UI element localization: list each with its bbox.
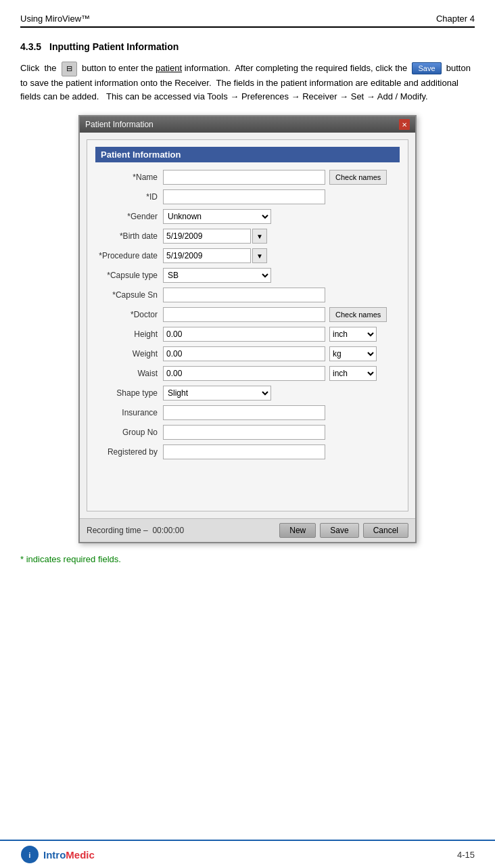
dialog-title: Patient Information [85,120,154,129]
shape-type-select[interactable]: Slight Normal Heavy [163,386,271,401]
group-no-input[interactable] [163,425,325,440]
capsule-type-row: *Capsule type SB ESO COLON [95,267,400,283]
header-left: Using MiroView™ [20,14,90,24]
doctor-input[interactable] [163,307,325,322]
check-names-button-1[interactable]: Check names [329,170,387,185]
body-text: Click the ⊟ button to enter the patient … [20,62,475,104]
height-label: Height [95,329,163,339]
inline-save-btn: Save [412,62,441,74]
dialog-wrapper: Patient Information ✕ Patient Informatio… [78,115,417,543]
id-row: *ID [95,189,400,205]
patient-info-dialog: Patient Information ✕ Patient Informatio… [78,115,417,543]
waist-label: Waist [95,369,163,378]
insurance-row: Insurance [95,405,400,421]
registered-by-row: Registered by [95,444,400,460]
page-footer: i IntroMedic 4-15 [0,840,495,868]
capsule-sn-label: *Capsule Sn [95,290,163,300]
procedure-date-wrapper: ▼ [163,248,267,263]
section-number: 4.3.5 [20,41,41,52]
name-label: *Name [95,173,163,182]
birth-date-label: *Birth date [95,231,163,241]
procedure-date-row: *Procedure date ▼ [95,248,400,264]
gender-label: *Gender [95,212,163,221]
waist-input[interactable] [163,366,325,381]
patient-underline: patient [156,63,182,73]
height-input[interactable] [163,327,325,342]
birth-date-row: *Birth date ▼ [95,228,400,244]
capsule-type-select[interactable]: SB ESO COLON [163,268,271,283]
group-no-label: Group No [95,428,163,437]
id-label: *ID [95,192,163,202]
procedure-date-input[interactable] [163,248,251,263]
recording-time: Recording time – 00:00:00 [87,526,184,535]
logo-svg: i [20,845,39,864]
doctor-row: *Doctor Check names [95,306,400,323]
name-input[interactable] [163,170,325,185]
weight-label: Weight [95,349,163,359]
registered-by-label: Registered by [95,447,163,457]
capsule-sn-input[interactable] [163,288,325,302]
gender-row: *Gender Unknown Male Female [95,208,400,225]
save-button[interactable]: Save [320,523,358,538]
footer-logo: i IntroMedic [20,845,95,864]
footer-buttons: New Save Cancel [279,523,408,538]
height-row: Height inch cm [95,326,400,342]
birth-date-input[interactable] [163,229,251,244]
dialog-close-button[interactable]: ✕ [399,119,410,130]
doctor-label: *Doctor [95,310,163,319]
shape-type-row: Shape type Slight Normal Heavy [95,385,400,401]
section-title: Inputting Patient Information [49,41,179,52]
waist-row: Waist inch cm [95,365,400,382]
required-fields-note: * indicates required fields. [20,554,475,564]
svg-text:i: i [29,852,31,859]
group-no-row: Group No [95,424,400,440]
logo-text: IntroMedic [43,849,95,861]
page-header: Using MiroView™ Chapter 4 [20,14,475,28]
birth-date-cal-button[interactable]: ▼ [252,229,267,244]
gender-select[interactable]: Unknown Male Female [163,209,271,224]
dialog-inner: Patient Information *Name Check names *I… [87,139,408,511]
dialog-footer: Recording time – 00:00:00 New Save Cance… [80,518,415,542]
birth-date-wrapper: ▼ [163,229,267,244]
procedure-date-cal-button[interactable]: ▼ [252,248,267,263]
insurance-label: Insurance [95,408,163,417]
page-number: 4-15 [457,850,475,860]
registered-by-input[interactable] [163,444,325,459]
capsule-type-label: *Capsule type [95,271,163,280]
insurance-input[interactable] [163,405,325,420]
weight-row: Weight kg lbs [95,346,400,362]
inline-icon-btn: ⊟ [62,62,77,76]
procedure-date-label: *Procedure date [95,251,163,260]
id-input[interactable] [163,189,325,204]
shape-type-label: Shape type [95,388,163,398]
waist-unit-select[interactable]: inch cm [329,366,377,381]
dialog-body: Patient Information *Name Check names *I… [80,133,415,518]
section-heading: 4.3.5 Inputting Patient Information [20,41,475,52]
empty-area [95,463,400,504]
check-names-button-2[interactable]: Check names [329,307,387,322]
dialog-section-title: Patient Information [95,147,400,162]
name-row: *Name Check names [95,169,400,185]
height-unit-select[interactable]: inch cm [329,327,377,342]
header-right: Chapter 4 [436,14,475,24]
capsule-sn-row: *Capsule Sn [95,287,400,303]
weight-unit-select[interactable]: kg lbs [329,346,377,361]
dialog-titlebar: Patient Information ✕ [80,116,415,133]
weight-input[interactable] [163,346,325,361]
new-button[interactable]: New [279,523,316,538]
cancel-button[interactable]: Cancel [363,523,408,538]
